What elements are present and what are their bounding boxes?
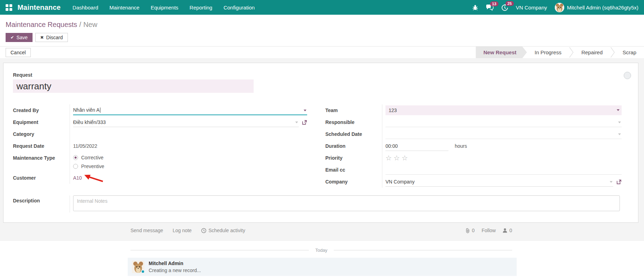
statusbar-chevron-icon [569,47,574,58]
check-icon: ✔ [10,35,14,40]
radio-preventive[interactable]: Preventive [73,164,104,169]
red-annotation-arrow [84,174,104,184]
request-date-input[interactable]: 11/05/2022 [73,141,307,151]
request-name-value: warranty [16,81,51,92]
x-icon: ✖ [40,35,44,40]
menu-maintenance[interactable]: Maintenance [109,3,140,12]
equipment-dropdown-icon[interactable] [295,122,298,123]
statusbar-step-new-request[interactable]: New Request [476,47,527,58]
company-external-link-icon[interactable] [616,179,622,185]
schedule-activity-button[interactable]: Schedule activity [201,228,245,233]
apps-menu-icon[interactable] [5,4,13,11]
statusbar-chevron-icon [610,47,615,58]
maintenance-type-label: Maintenance Type [13,152,70,172]
team-label: Team [325,104,382,116]
created-by-label: Created By [13,104,70,116]
chatter-message[interactable]: Mitchell Admin Creating a new record... [128,258,517,276]
breadcrumb-separator: / [79,21,82,28]
control-panel: Maintenance Requests/New ✔ Save ✖ Discar… [0,15,644,46]
activities-badge: 25 [505,1,514,6]
statusbar-step-in-progress[interactable]: In Progress [527,47,569,58]
category-label: Category [13,128,70,140]
form-sheet: Request warranty Created By Nhân viên A … [3,63,638,223]
responsible-input[interactable] [385,118,622,127]
send-message-button[interactable]: Send message [130,228,163,233]
discard-button[interactable]: ✖ Discard [35,33,68,42]
company-dropdown-icon[interactable] [610,181,613,183]
content-area: Request warranty Created By Nhân viên A … [0,58,644,241]
app-title[interactable]: Maintenance [17,4,61,12]
equipment-input[interactable]: Điều khiển/333 [73,118,299,127]
menu-equipments[interactable]: Equipments [151,3,178,12]
responsible-label: Responsible [325,116,382,128]
scheduled-date-dropdown-icon[interactable] [618,133,621,135]
save-button[interactable]: ✔ Save [6,33,33,42]
message-author-avatar [132,261,144,273]
scheduled-date-label: Scheduled Date [325,128,382,140]
discard-label: Discard [46,35,63,40]
activities-menu[interactable]: 25 [501,4,508,11]
category-input[interactable] [73,130,307,139]
divider-line [130,250,309,250]
follow-button[interactable]: Follow [482,228,496,233]
request-date-value: 11/05/2022 [73,143,97,149]
main-menu: Dashboard Maintenance Equipments Reporti… [72,3,255,12]
maintenance-type-radio-group: Corrective Preventive [73,152,104,172]
star-icon[interactable]: ☆ [394,154,402,162]
breadcrumb-parent[interactable]: Maintenance Requests [6,21,77,28]
duration-input[interactable]: 00:00 [385,141,448,151]
request-date-label: Request Date [13,140,70,152]
log-note-button[interactable]: Log note [172,228,192,233]
radio-corrective[interactable]: Corrective [73,155,104,160]
radio-corrective-label: Corrective [81,155,104,160]
statusbar-step-repaired[interactable]: Repaired [574,47,610,58]
clock-icon [201,228,206,233]
form-right-group: Team 123 Responsible Scheduled Date [325,104,629,188]
equipment-label: Equipment [13,116,70,128]
kanban-state-circle[interactable] [624,72,631,79]
form-left-group: Created By Nhân viên A Equipment Điều kh… [13,104,316,188]
top-navbar: Maintenance Dashboard Maintenance Equipm… [0,0,644,15]
equipment-external-link-icon[interactable] [302,120,307,125]
team-dropdown-icon[interactable] [617,109,620,111]
schedule-activity-label: Schedule activity [208,228,245,233]
menu-dashboard[interactable]: Dashboard [72,3,98,12]
bug-icon [472,4,478,11]
customer-label: Customer [13,172,70,184]
user-name: Mitchell Admin (sq6ha26gty5x) [567,5,638,11]
radio-unselected-icon[interactable] [73,164,78,169]
date-divider-label: Today [309,248,334,253]
priority-label: Priority [325,152,382,164]
created-by-dropdown-icon[interactable] [304,110,306,111]
radio-selected-icon[interactable] [73,155,78,160]
email-cc-input[interactable] [385,165,622,175]
menu-reporting[interactable]: Reporting [190,3,212,12]
chatter-toolbar: Send message Log note Schedule activity … [130,228,512,233]
customer-link[interactable]: A10 [73,175,82,181]
duration-label: Duration [325,140,382,152]
description-textarea[interactable] [73,195,620,211]
responsible-dropdown-icon[interactable] [618,122,621,123]
star-icon[interactable]: ☆ [402,154,410,162]
company-input[interactable]: VN Company [385,177,613,187]
cancel-button[interactable]: Cancel [6,48,31,57]
message-author[interactable]: Mitchell Admin [149,261,201,266]
followers-button[interactable]: 0 [503,228,512,233]
scheduled-date-input[interactable] [385,130,622,139]
debug-bug-icon[interactable] [472,4,478,11]
company-switcher[interactable]: VN Company [516,5,547,11]
messages-badge: 13 [490,1,498,6]
created-by-value: Nhân viên A [73,107,100,113]
team-value: 123 [389,108,397,113]
statusbar-step-scrap[interactable]: Scrap [615,47,644,58]
request-name-input[interactable]: warranty [13,79,254,93]
attachments-button[interactable]: 0 [465,228,475,233]
user-menu[interactable]: Mitchell Admin (sq6ha26gty5x) [555,3,638,12]
duration-unit: hours [455,143,467,149]
created-by-input[interactable]: Nhân viên A [73,106,307,115]
team-input[interactable]: 123 [385,105,622,115]
star-icon[interactable]: ☆ [385,154,394,162]
message-body: Creating a new record... [149,268,201,273]
menu-configuration[interactable]: Configuration [224,3,255,12]
messages-menu[interactable]: 13 [486,4,494,11]
